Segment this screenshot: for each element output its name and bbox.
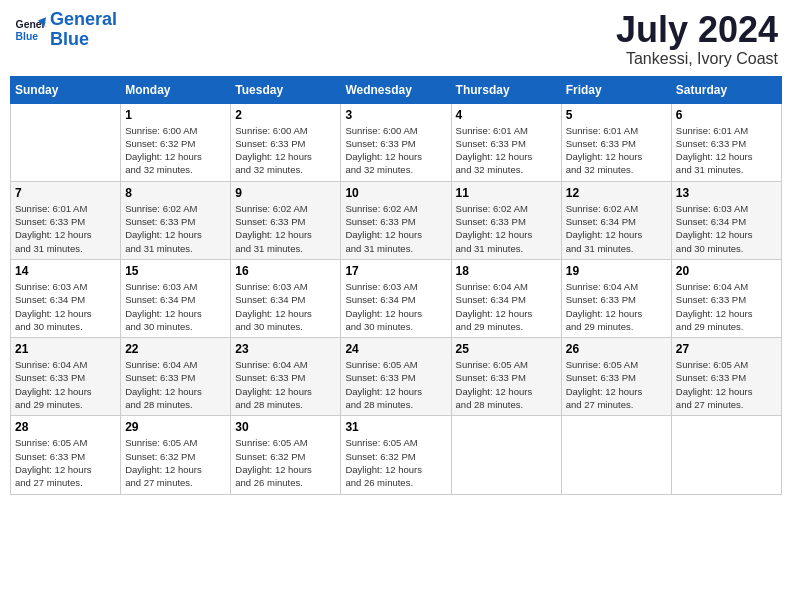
day-info: Sunrise: 6:03 AM Sunset: 6:34 PM Dayligh…: [345, 280, 446, 333]
calendar-cell: 4Sunrise: 6:01 AM Sunset: 6:33 PM Daylig…: [451, 103, 561, 181]
day-info: Sunrise: 6:05 AM Sunset: 6:33 PM Dayligh…: [676, 358, 777, 411]
day-info: Sunrise: 6:04 AM Sunset: 6:33 PM Dayligh…: [15, 358, 116, 411]
day-number: 10: [345, 186, 446, 200]
calendar-cell: 20Sunrise: 6:04 AM Sunset: 6:33 PM Dayli…: [671, 259, 781, 337]
calendar-table: SundayMondayTuesdayWednesdayThursdayFrid…: [10, 76, 782, 495]
calendar-cell: 31Sunrise: 6:05 AM Sunset: 6:32 PM Dayli…: [341, 416, 451, 494]
calendar-cell: 5Sunrise: 6:01 AM Sunset: 6:33 PM Daylig…: [561, 103, 671, 181]
day-info: Sunrise: 6:00 AM Sunset: 6:33 PM Dayligh…: [235, 124, 336, 177]
day-info: Sunrise: 6:05 AM Sunset: 6:33 PM Dayligh…: [566, 358, 667, 411]
day-number: 5: [566, 108, 667, 122]
day-info: Sunrise: 6:04 AM Sunset: 6:33 PM Dayligh…: [235, 358, 336, 411]
day-number: 2: [235, 108, 336, 122]
calendar-cell: 24Sunrise: 6:05 AM Sunset: 6:33 PM Dayli…: [341, 338, 451, 416]
calendar-week-row: 21Sunrise: 6:04 AM Sunset: 6:33 PM Dayli…: [11, 338, 782, 416]
day-info: Sunrise: 6:05 AM Sunset: 6:33 PM Dayligh…: [345, 358, 446, 411]
day-number: 14: [15, 264, 116, 278]
day-number: 18: [456, 264, 557, 278]
day-number: 23: [235, 342, 336, 356]
calendar-cell: 10Sunrise: 6:02 AM Sunset: 6:33 PM Dayli…: [341, 181, 451, 259]
calendar-cell: 2Sunrise: 6:00 AM Sunset: 6:33 PM Daylig…: [231, 103, 341, 181]
calendar-cell: 28Sunrise: 6:05 AM Sunset: 6:33 PM Dayli…: [11, 416, 121, 494]
day-info: Sunrise: 6:03 AM Sunset: 6:34 PM Dayligh…: [125, 280, 226, 333]
day-info: Sunrise: 6:04 AM Sunset: 6:33 PM Dayligh…: [566, 280, 667, 333]
day-info: Sunrise: 6:00 AM Sunset: 6:33 PM Dayligh…: [345, 124, 446, 177]
calendar-cell: 3Sunrise: 6:00 AM Sunset: 6:33 PM Daylig…: [341, 103, 451, 181]
day-info: Sunrise: 6:05 AM Sunset: 6:33 PM Dayligh…: [456, 358, 557, 411]
calendar-cell: 18Sunrise: 6:04 AM Sunset: 6:34 PM Dayli…: [451, 259, 561, 337]
calendar-cell: 19Sunrise: 6:04 AM Sunset: 6:33 PM Dayli…: [561, 259, 671, 337]
day-number: 16: [235, 264, 336, 278]
calendar-cell: 25Sunrise: 6:05 AM Sunset: 6:33 PM Dayli…: [451, 338, 561, 416]
day-info: Sunrise: 6:04 AM Sunset: 6:34 PM Dayligh…: [456, 280, 557, 333]
day-info: Sunrise: 6:02 AM Sunset: 6:33 PM Dayligh…: [345, 202, 446, 255]
day-info: Sunrise: 6:05 AM Sunset: 6:33 PM Dayligh…: [15, 436, 116, 489]
day-number: 15: [125, 264, 226, 278]
calendar-cell: [11, 103, 121, 181]
day-number: 30: [235, 420, 336, 434]
day-info: Sunrise: 6:02 AM Sunset: 6:33 PM Dayligh…: [456, 202, 557, 255]
weekday-header: Tuesday: [231, 76, 341, 103]
weekday-header: Sunday: [11, 76, 121, 103]
day-info: Sunrise: 6:04 AM Sunset: 6:33 PM Dayligh…: [676, 280, 777, 333]
day-info: Sunrise: 6:03 AM Sunset: 6:34 PM Dayligh…: [15, 280, 116, 333]
calendar-cell: 29Sunrise: 6:05 AM Sunset: 6:32 PM Dayli…: [121, 416, 231, 494]
calendar-week-row: 7Sunrise: 6:01 AM Sunset: 6:33 PM Daylig…: [11, 181, 782, 259]
day-info: Sunrise: 6:01 AM Sunset: 6:33 PM Dayligh…: [15, 202, 116, 255]
day-number: 20: [676, 264, 777, 278]
calendar-week-row: 28Sunrise: 6:05 AM Sunset: 6:33 PM Dayli…: [11, 416, 782, 494]
calendar-week-row: 1Sunrise: 6:00 AM Sunset: 6:32 PM Daylig…: [11, 103, 782, 181]
day-info: Sunrise: 6:00 AM Sunset: 6:32 PM Dayligh…: [125, 124, 226, 177]
day-number: 4: [456, 108, 557, 122]
calendar-cell: 6Sunrise: 6:01 AM Sunset: 6:33 PM Daylig…: [671, 103, 781, 181]
calendar-cell: 12Sunrise: 6:02 AM Sunset: 6:34 PM Dayli…: [561, 181, 671, 259]
page-header: General Blue General Blue July 2024 Tank…: [10, 10, 782, 68]
logo-icon: General Blue: [14, 14, 46, 46]
calendar-cell: 27Sunrise: 6:05 AM Sunset: 6:33 PM Dayli…: [671, 338, 781, 416]
calendar-cell: [671, 416, 781, 494]
day-number: 3: [345, 108, 446, 122]
day-number: 12: [566, 186, 667, 200]
calendar-cell: 8Sunrise: 6:02 AM Sunset: 6:33 PM Daylig…: [121, 181, 231, 259]
calendar-cell: 14Sunrise: 6:03 AM Sunset: 6:34 PM Dayli…: [11, 259, 121, 337]
weekday-header: Friday: [561, 76, 671, 103]
day-info: Sunrise: 6:01 AM Sunset: 6:33 PM Dayligh…: [456, 124, 557, 177]
calendar-cell: 30Sunrise: 6:05 AM Sunset: 6:32 PM Dayli…: [231, 416, 341, 494]
calendar-cell: 26Sunrise: 6:05 AM Sunset: 6:33 PM Dayli…: [561, 338, 671, 416]
day-number: 24: [345, 342, 446, 356]
calendar-cell: 23Sunrise: 6:04 AM Sunset: 6:33 PM Dayli…: [231, 338, 341, 416]
calendar-cell: 22Sunrise: 6:04 AM Sunset: 6:33 PM Dayli…: [121, 338, 231, 416]
location: Tankessi, Ivory Coast: [616, 50, 778, 68]
weekday-header: Wednesday: [341, 76, 451, 103]
logo-text: General Blue: [50, 10, 117, 50]
day-number: 1: [125, 108, 226, 122]
weekday-header: Monday: [121, 76, 231, 103]
day-info: Sunrise: 6:05 AM Sunset: 6:32 PM Dayligh…: [125, 436, 226, 489]
calendar-cell: 17Sunrise: 6:03 AM Sunset: 6:34 PM Dayli…: [341, 259, 451, 337]
day-info: Sunrise: 6:02 AM Sunset: 6:34 PM Dayligh…: [566, 202, 667, 255]
day-number: 29: [125, 420, 226, 434]
calendar-cell: 13Sunrise: 6:03 AM Sunset: 6:34 PM Dayli…: [671, 181, 781, 259]
day-info: Sunrise: 6:05 AM Sunset: 6:32 PM Dayligh…: [345, 436, 446, 489]
calendar-week-row: 14Sunrise: 6:03 AM Sunset: 6:34 PM Dayli…: [11, 259, 782, 337]
calendar-cell: 11Sunrise: 6:02 AM Sunset: 6:33 PM Dayli…: [451, 181, 561, 259]
calendar-cell: 1Sunrise: 6:00 AM Sunset: 6:32 PM Daylig…: [121, 103, 231, 181]
day-number: 21: [15, 342, 116, 356]
day-number: 13: [676, 186, 777, 200]
day-number: 6: [676, 108, 777, 122]
day-info: Sunrise: 6:03 AM Sunset: 6:34 PM Dayligh…: [235, 280, 336, 333]
day-number: 17: [345, 264, 446, 278]
svg-text:Blue: Blue: [16, 30, 39, 41]
day-number: 25: [456, 342, 557, 356]
day-number: 7: [15, 186, 116, 200]
day-number: 8: [125, 186, 226, 200]
day-number: 27: [676, 342, 777, 356]
title-block: July 2024 Tankessi, Ivory Coast: [616, 10, 778, 68]
day-info: Sunrise: 6:01 AM Sunset: 6:33 PM Dayligh…: [676, 124, 777, 177]
day-number: 19: [566, 264, 667, 278]
calendar-header-row: SundayMondayTuesdayWednesdayThursdayFrid…: [11, 76, 782, 103]
calendar-cell: [451, 416, 561, 494]
day-info: Sunrise: 6:02 AM Sunset: 6:33 PM Dayligh…: [235, 202, 336, 255]
weekday-header: Thursday: [451, 76, 561, 103]
day-number: 9: [235, 186, 336, 200]
